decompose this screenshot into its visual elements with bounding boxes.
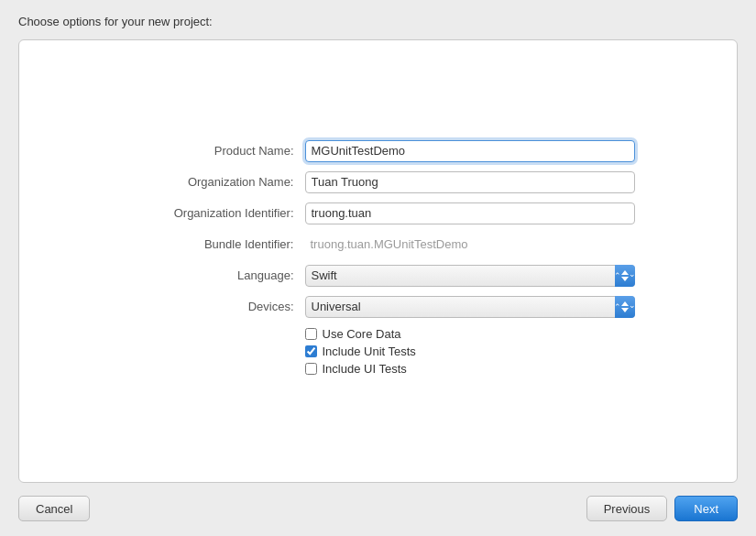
ui-tests-row: Include UI Tests: [305, 362, 635, 376]
language-select[interactable]: Swift Objective-C: [305, 265, 635, 287]
ui-tests-label: Include UI Tests: [323, 362, 407, 376]
org-name-label: Organization Name:: [122, 175, 305, 189]
form-container: Product Name: Organization Name: Organiz…: [122, 140, 635, 383]
bundle-id-row: Bundle Identifier: truong.tuan.MGUnitTes…: [122, 234, 635, 256]
org-id-row: Organization Identifier:: [122, 202, 635, 224]
main-panel: Product Name: Organization Name: Organiz…: [18, 39, 738, 483]
devices-select-wrapper: Universal iPhone iPad: [305, 296, 635, 318]
checkboxes-section: Use Core Data Include Unit Tests Include…: [122, 327, 635, 379]
core-data-label: Use Core Data: [323, 327, 401, 341]
cancel-button[interactable]: Cancel: [18, 496, 90, 521]
unit-tests-checkbox[interactable]: [305, 345, 317, 357]
devices-select[interactable]: Universal iPhone iPad: [305, 296, 635, 318]
nav-buttons: Previous Next: [586, 496, 738, 521]
org-id-input[interactable]: [305, 202, 635, 224]
devices-label: Devices:: [122, 300, 305, 313]
language-label: Language:: [122, 268, 305, 282]
page-title: Choose options for your new project:: [18, 15, 738, 28]
product-name-row: Product Name:: [122, 140, 635, 162]
product-name-input[interactable]: [305, 140, 635, 162]
next-button[interactable]: Next: [674, 496, 738, 521]
core-data-checkbox[interactable]: [305, 328, 317, 340]
previous-button[interactable]: Previous: [586, 496, 668, 521]
org-name-input[interactable]: [305, 171, 635, 193]
devices-row: Devices: Universal iPhone iPad: [122, 296, 635, 318]
org-name-row: Organization Name:: [122, 171, 635, 193]
org-id-label: Organization Identifier:: [122, 206, 305, 220]
language-row: Language: Swift Objective-C: [122, 265, 635, 287]
unit-tests-label: Include Unit Tests: [323, 345, 416, 358]
product-name-label: Product Name:: [122, 144, 305, 158]
bottom-bar: Cancel Previous Next: [18, 496, 738, 521]
language-select-wrapper: Swift Objective-C: [305, 265, 635, 287]
core-data-row: Use Core Data: [305, 327, 635, 341]
unit-tests-row: Include Unit Tests: [305, 345, 635, 358]
bundle-id-label: Bundle Identifier:: [122, 237, 305, 251]
ui-tests-checkbox[interactable]: [305, 363, 317, 375]
bundle-id-value: truong.tuan.MGUnitTestDemo: [305, 234, 635, 256]
